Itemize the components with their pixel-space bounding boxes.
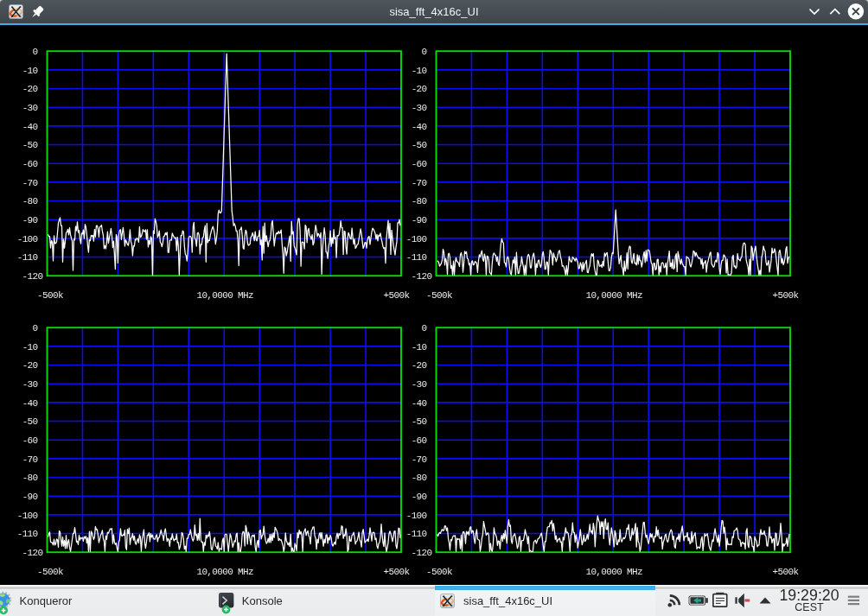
svg-text:-90: -90	[412, 492, 427, 502]
svg-text:-60: -60	[22, 159, 38, 169]
svg-text:-500k: -500k	[426, 290, 453, 301]
svg-text:10,0000 MHz: 10,0000 MHz	[585, 290, 642, 301]
svg-text:10,0000 MHz: 10,0000 MHz	[196, 290, 253, 301]
svg-text:0: 0	[422, 323, 427, 333]
svg-text:-70: -70	[22, 178, 38, 188]
svg-text:-90: -90	[22, 492, 38, 502]
svg-text:10,0000 MHz: 10,0000 MHz	[585, 567, 642, 577]
svg-text:-20: -20	[412, 360, 427, 371]
svg-text:-30: -30	[22, 379, 38, 390]
svg-text:-80: -80	[22, 196, 38, 206]
svg-text:+500k: +500k	[773, 290, 800, 301]
svg-text:-80: -80	[412, 196, 427, 206]
svg-text:-60: -60	[412, 159, 427, 169]
svg-text:-60: -60	[412, 435, 427, 446]
svg-text:-80: -80	[412, 473, 427, 483]
svg-text:-70: -70	[412, 178, 427, 188]
svg-text:-100: -100	[406, 234, 427, 244]
svg-text:-110: -110	[17, 252, 38, 263]
svg-text:-50: -50	[22, 416, 38, 427]
svg-text:-100: -100	[17, 511, 38, 521]
svg-text:-110: -110	[406, 252, 427, 263]
svg-text:+500k: +500k	[384, 567, 411, 577]
svg-text:0: 0	[33, 47, 38, 57]
svg-text:-40: -40	[412, 122, 427, 132]
svg-text:-120: -120	[412, 271, 432, 282]
svg-text:0: 0	[33, 323, 38, 333]
svg-text:-10: -10	[22, 66, 38, 76]
svg-text:-110: -110	[17, 529, 38, 539]
svg-text:-500k: -500k	[37, 290, 64, 301]
svg-text:-70: -70	[22, 454, 38, 465]
svg-text:-110: -110	[406, 529, 427, 539]
svg-text:-10: -10	[412, 66, 427, 76]
svg-text:-90: -90	[22, 215, 38, 225]
svg-text:-30: -30	[22, 103, 38, 113]
svg-text:10,0000 MHz: 10,0000 MHz	[196, 567, 253, 577]
svg-text:-20: -20	[22, 360, 38, 371]
svg-text:-10: -10	[22, 342, 38, 352]
svg-text:-60: -60	[22, 435, 38, 446]
svg-text:-90: -90	[412, 215, 427, 225]
svg-text:-40: -40	[22, 398, 38, 409]
svg-text:-20: -20	[22, 84, 38, 94]
svg-text:-100: -100	[17, 234, 38, 244]
svg-text:-70: -70	[412, 454, 427, 465]
svg-text:-120: -120	[22, 271, 43, 282]
svg-text:0: 0	[422, 47, 427, 57]
svg-text:-40: -40	[412, 398, 427, 409]
svg-text:-100: -100	[406, 511, 427, 521]
svg-text:+500k: +500k	[384, 290, 411, 301]
svg-text:-10: -10	[412, 342, 427, 352]
svg-text:-50: -50	[412, 416, 427, 427]
svg-text:-500k: -500k	[426, 567, 453, 577]
svg-text:-120: -120	[412, 548, 432, 558]
svg-text:-30: -30	[412, 103, 427, 113]
svg-text:+500k: +500k	[773, 567, 800, 577]
svg-text:-30: -30	[412, 379, 427, 390]
svg-text:-500k: -500k	[37, 567, 64, 577]
svg-text:-50: -50	[412, 140, 427, 150]
svg-text:-50: -50	[22, 140, 38, 150]
svg-text:-40: -40	[22, 122, 38, 132]
svg-text:-120: -120	[22, 548, 43, 558]
svg-text:-20: -20	[412, 84, 427, 94]
svg-text:-80: -80	[22, 473, 38, 483]
